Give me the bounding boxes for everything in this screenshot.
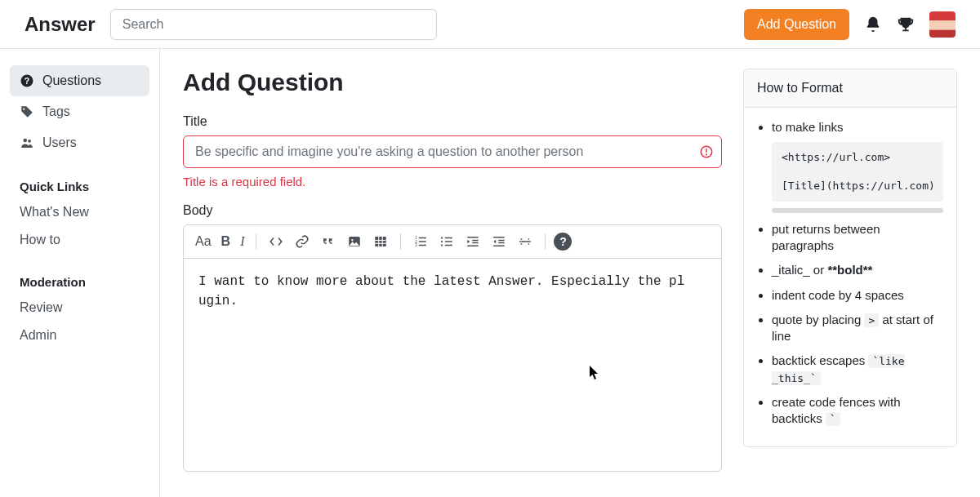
svg-point-23: [441, 237, 443, 238]
format-tip-quote: quote by placing > at start of line: [772, 312, 943, 345]
svg-point-24: [441, 241, 443, 242]
sidebar-item-label: Tags: [42, 104, 70, 119]
trophy-icon[interactable]: [897, 16, 915, 33]
sidebar-item-users[interactable]: Users: [10, 127, 149, 158]
table-button[interactable]: [369, 230, 392, 253]
title-error-text: Title is a required field.: [183, 175, 722, 189]
toolbar-divider: [545, 233, 546, 250]
code-button[interactable]: [265, 230, 287, 253]
body-label: Body: [183, 203, 722, 218]
sidebar-item-tags[interactable]: Tags: [10, 96, 149, 127]
image-button[interactable]: [343, 230, 366, 253]
sidebar-item-label: Questions: [42, 73, 101, 88]
format-tip-fences: create code fences with backticks `: [772, 394, 943, 428]
sidebar-link-admin[interactable]: Admin: [10, 322, 149, 349]
svg-text:?: ?: [24, 76, 29, 86]
format-tip-backtick: backtick escapes `like _this_`: [772, 353, 943, 386]
svg-point-2: [24, 139, 28, 143]
users-icon: [20, 135, 34, 150]
sidebar-link-whatsnew[interactable]: What's New: [10, 198, 149, 226]
svg-rect-9: [376, 237, 387, 246]
question-circle-icon: ?: [20, 73, 34, 88]
add-question-button[interactable]: Add Question: [744, 9, 849, 40]
format-tip-indent: indent code by 4 spaces: [772, 287, 943, 304]
sidebar-item-label: Users: [42, 135, 77, 150]
format-tip-paragraphs: put returns between paragraphs: [772, 221, 943, 255]
italic-button[interactable]: I: [237, 230, 247, 253]
scrollbar-icon: [772, 208, 943, 213]
brand-logo[interactable]: Answer: [24, 13, 96, 36]
sidebar: ? Questions Tags Users Quick Links What'…: [0, 49, 160, 497]
sidebar-section-quicklinks: Quick Links: [10, 170, 149, 198]
svg-point-8: [352, 239, 354, 241]
toolbar-divider: [400, 233, 401, 250]
error-icon: [699, 144, 714, 159]
sidebar-item-questions[interactable]: ? Questions: [10, 65, 149, 96]
format-code-links: <https://url.com> [Title](https://url.co…: [772, 142, 943, 202]
outdent-button[interactable]: [488, 230, 510, 253]
format-card-title: How to Format: [744, 69, 956, 108]
format-tip-emphasis: _italic_ or **bold**: [772, 262, 943, 278]
help-button[interactable]: ?: [554, 233, 572, 251]
svg-point-3: [28, 140, 31, 143]
avatar[interactable]: [929, 11, 956, 38]
body-textarea[interactable]: I want to know more about the latest Ans…: [184, 259, 721, 471]
title-input[interactable]: [183, 135, 722, 168]
sidebar-link-review[interactable]: Review: [10, 294, 149, 322]
tag-icon: [20, 104, 34, 119]
page-title: Add Question: [183, 69, 722, 96]
question-form: Add Question Title Title is a required f…: [183, 69, 722, 477]
bold-button[interactable]: B: [218, 230, 234, 253]
top-bar: Answer Add Question: [0, 0, 980, 49]
svg-point-25: [441, 244, 443, 246]
editor-toolbar: Aa B I: [184, 225, 721, 259]
unordered-list-button[interactable]: [435, 230, 458, 253]
quote-button[interactable]: [317, 230, 340, 253]
heading-button[interactable]: Aa: [192, 230, 215, 253]
toolbar-divider: [256, 233, 256, 250]
svg-text:3: 3: [416, 243, 418, 247]
format-tip-links: to make links <https://url.com> [Title](…: [772, 119, 943, 213]
bell-icon[interactable]: [864, 16, 882, 33]
indent-button[interactable]: [461, 230, 484, 253]
body-editor: Aa B I: [183, 224, 722, 472]
sidebar-section-moderation: Moderation: [10, 265, 149, 294]
link-button[interactable]: [291, 230, 314, 253]
search-input[interactable]: [110, 9, 437, 40]
hr-button[interactable]: [514, 230, 537, 253]
svg-point-6: [706, 154, 707, 155]
title-label: Title: [183, 114, 722, 129]
ordered-list-button[interactable]: 123: [409, 230, 432, 253]
sidebar-link-howto[interactable]: How to: [10, 226, 149, 254]
format-card: How to Format to make links <https://url…: [743, 69, 957, 447]
